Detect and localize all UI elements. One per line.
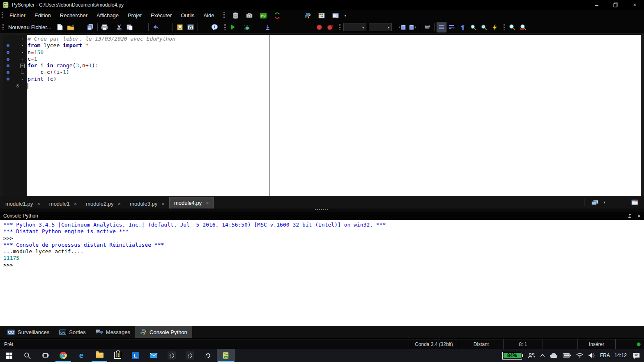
editor-tab-module2.py[interactable]: module2.py× [81,199,125,208]
info-icon[interactable]: i [210,22,220,32]
zoom-in-icon[interactable] [469,22,478,32]
gutter-row[interactable] [3,42,27,49]
cut-icon[interactable] [114,22,124,32]
clear-breakpoints-icon[interactable] [325,22,335,32]
wifi-icon[interactable] [576,353,584,358]
toolbar-drag-handle[interactable] [2,12,3,19]
word-wrap-icon[interactable] [447,22,457,32]
new-file-icon[interactable] [55,22,65,32]
undo-icon[interactable] [151,22,161,32]
zoom-out-icon[interactable] [479,22,489,32]
color-grid-icon[interactable] [317,10,327,21]
editor-tab-module3.py[interactable]: module3.py× [125,199,169,208]
menu-rechercher[interactable]: Rechercher [55,10,92,21]
replace-icon[interactable]: Ab [518,22,528,32]
gutter-row[interactable] [3,56,27,62]
dock-tab-surveillances[interactable]: Surveillances [2,326,54,338]
toolbar-drag-handle[interactable] [339,24,340,30]
line-numbers-icon[interactable]: ## [422,22,432,32]
menu-outils[interactable]: Outils [176,10,199,21]
taskbar-chrome[interactable] [54,349,72,362]
new-window-icon[interactable] [630,197,639,208]
taskbar-file-explorer[interactable] [90,349,108,362]
tab-close-icon[interactable]: × [206,200,209,206]
code-line[interactable]: # Créé par lebor, le 13/03/2020 avec Edu… [28,36,269,42]
editor-second-pane[interactable] [270,35,641,196]
screenshot-camera-icon[interactable] [244,10,254,21]
syntax-check-icon[interactable] [490,22,500,32]
clock[interactable]: 14:12 [614,353,627,358]
code-line[interactable]: from lycee import * [28,42,269,49]
gutter-row[interactable]: 8 [3,82,27,89]
new-file-menu-button[interactable]: Nouveau Fichier... [6,24,55,30]
dock-tab-messages[interactable]: Messages [91,326,135,338]
start-button[interactable] [0,349,18,362]
paste-icon[interactable] [125,22,135,32]
preview-window-icon[interactable] [186,22,196,32]
database-icon[interactable] [230,10,240,21]
debug-icon[interactable] [242,22,252,32]
minimize-button[interactable]: – [587,0,606,10]
task-view-button[interactable] [36,349,54,362]
chevron-down-icon[interactable]: ▾ [344,14,346,18]
gutter-row[interactable] [3,49,27,56]
pin-icon[interactable] [628,213,632,218]
volume-icon[interactable] [588,353,596,358]
taskbar-search-button[interactable] [18,349,36,362]
code-line[interactable]: for i in range(3,n+1): [28,62,269,69]
python-icon[interactable] [303,10,313,21]
outdent-icon[interactable] [408,22,418,32]
editor-tab-module1[interactable]: module1× [45,199,81,208]
target-dropdown[interactable]: ▾ [369,23,392,31]
editor-tab-module1.py[interactable]: module1.py× [1,199,45,208]
menu-fichier[interactable]: Fichier [5,10,30,21]
menu-affichage[interactable]: Affichage [92,10,123,21]
open-file-icon[interactable] [66,22,76,32]
tab-close-icon[interactable]: × [118,201,121,207]
code-line[interactable]: c=c+(i-1) [28,69,269,76]
gutter-row[interactable] [3,69,27,76]
breakpoint-icon[interactable] [315,22,324,32]
refresh-icon[interactable] [272,10,282,21]
taskbar-app-swirl[interactable] [199,349,217,362]
special-chars-icon[interactable]: ¶ [458,22,468,32]
gutter-row[interactable] [3,36,27,42]
close-button[interactable]: × [625,0,644,10]
tab-close-icon[interactable]: × [74,201,77,207]
tab-close-icon[interactable]: × [161,201,165,207]
taskbar-store[interactable] [108,349,126,362]
print-icon[interactable] [100,22,110,32]
bookmark-icon[interactable] [175,22,185,32]
docviewer-icon[interactable]: DV [258,10,268,21]
action-center-icon[interactable] [633,353,640,359]
save-all-icon[interactable] [85,22,95,32]
taskbar-app-l[interactable]: L [126,349,145,362]
code-line[interactable] [28,82,269,89]
code-line[interactable]: print (c) [28,76,269,82]
chevron-down-icon[interactable]: ▾ [603,200,605,204]
editor-gutter[interactable]: 8 [3,35,27,196]
battery-percent-badge[interactable]: 84% [503,352,523,359]
code-line[interactable]: c=1 [28,56,269,62]
run-icon[interactable] [228,22,238,32]
taskbar-app-ring2[interactable] [181,349,199,362]
hidden-icons-chevron[interactable] [540,354,545,357]
taskbar-edge[interactable]: e [72,349,90,362]
window-layout-icon[interactable] [331,10,340,21]
dock-tab-console-python[interactable]: Console Python [135,326,192,338]
step-into-icon[interactable] [263,22,273,32]
people-icon[interactable] [528,353,536,359]
dock-tab-sorties[interactable]: ON Sorties [54,326,90,338]
toolbar-drag-handle[interactable] [2,24,4,30]
close-console-icon[interactable]: × [637,212,641,219]
tab-close-icon[interactable]: × [37,201,40,207]
toolbar-drag-handle[interactable] [223,12,225,19]
menu-projet[interactable]: Projet [123,10,146,21]
menu-exécuter[interactable]: Exécuter [146,10,176,21]
indent-icon[interactable] [397,22,407,32]
language-indicator[interactable]: FRA [600,353,610,358]
taskbar-pyscripter[interactable] [217,349,235,362]
python-console[interactable]: *** Python 3.4.5 |Continuum Analytics, I… [0,220,644,326]
taskbar-mail[interactable] [145,349,163,362]
restore-button[interactable] [606,0,625,10]
